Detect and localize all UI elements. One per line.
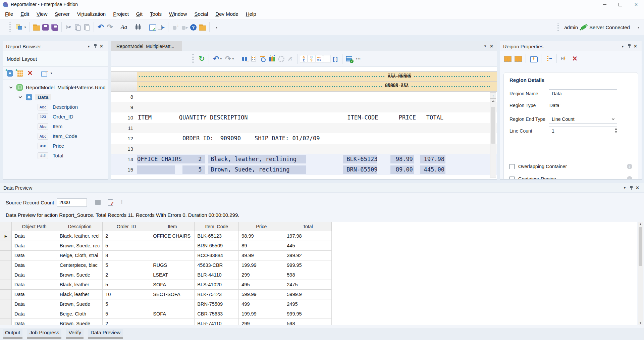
add-fields-list-icon[interactable] xyxy=(544,54,553,63)
minimize-button[interactable] xyxy=(597,0,612,9)
maximize-button[interactable] xyxy=(612,0,628,9)
report-line-14[interactable]: 14 OFFICE CHAIRS 2 Black, leather, recli… xyxy=(111,154,497,164)
tree-field-description[interactable]: AbcDescription xyxy=(3,102,108,112)
scroll-up-icon[interactable]: ▲ xyxy=(639,223,642,226)
field-item[interactable]: OFFICE CHAIRS xyxy=(137,155,187,163)
copy-icon[interactable] xyxy=(73,23,82,32)
data-preview-scrollbar[interactable]: ▲ ▼ xyxy=(638,222,643,325)
tree-field-order-id[interactable]: 123Order_ID xyxy=(3,112,108,122)
cut-icon[interactable] xyxy=(64,23,73,32)
create-pattern-icon[interactable] xyxy=(560,54,569,63)
scrollbar-thumb[interactable] xyxy=(491,107,495,144)
export-model-icon[interactable] xyxy=(40,68,49,78)
bottom-tab-data-preview[interactable]: Data Preview xyxy=(88,329,123,339)
create-fields-icon[interactable] xyxy=(250,54,259,63)
undo-icon[interactable] xyxy=(96,23,105,32)
scroll-up-icon[interactable] xyxy=(490,99,496,104)
menu-tools[interactable]: Tools xyxy=(146,10,165,18)
column-header-order-id[interactable]: Order_ID xyxy=(103,222,150,231)
data-node-label[interactable]: Data xyxy=(35,94,51,100)
scroll-down-icon[interactable]: ▼ xyxy=(639,322,642,325)
menu-edit[interactable]: Edit xyxy=(17,10,33,18)
next-region-icon[interactable] xyxy=(514,54,523,63)
toolbar-grip[interactable] xyxy=(192,54,194,63)
field-total[interactable]: 445.00 xyxy=(420,165,445,174)
data-preview-row[interactable]: DataBrown, Suede, rec5BRN-6550989445 xyxy=(0,241,332,251)
settings-off-icon[interactable] xyxy=(277,54,286,63)
tree-node-root[interactable]: ReportModel_MultiplePatterns.Rmd xyxy=(3,83,108,92)
compare-icon[interactable] xyxy=(157,23,166,32)
paste-icon[interactable] xyxy=(82,23,91,32)
pattern-row-1[interactable]: ÃÃÃ-ÑÑÑÑÑ xyxy=(111,71,497,82)
column-header-item-code[interactable]: Item_Code xyxy=(195,222,239,231)
font-icon[interactable] xyxy=(119,23,128,32)
field-price[interactable]: 98.99 xyxy=(390,155,414,163)
source-record-count-input[interactable] xyxy=(57,198,87,207)
dropdown-icon[interactable] xyxy=(620,43,626,49)
preview-icon[interactable] xyxy=(148,23,157,32)
column-header-price[interactable]: Price xyxy=(239,222,284,231)
pin-icon[interactable] xyxy=(628,185,634,191)
db-import-icon[interactable] xyxy=(180,23,189,32)
auto-create-region-icon[interactable] xyxy=(529,54,538,63)
chevron-down-icon[interactable] xyxy=(9,85,13,89)
data-preview-row[interactable]: DataBrown, Suede2BLR-74110299598 xyxy=(0,319,332,326)
find-icon[interactable] xyxy=(133,23,143,32)
export-caret-icon[interactable] xyxy=(50,68,53,78)
report-scrollbar[interactable]: ↕ xyxy=(490,92,496,178)
new-caret-icon[interactable] xyxy=(23,23,27,32)
scrollbar-thumb[interactable] xyxy=(639,227,642,266)
data-preview-row[interactable]: DataBlack, leather10SECT-SOFABLK-7512359… xyxy=(0,290,332,299)
info-icon[interactable]: i xyxy=(627,164,632,169)
prev-region-icon[interactable] xyxy=(503,54,512,63)
data-preview-row[interactable]: DataBlack, leather5SOFABLS-410204952475 xyxy=(0,280,332,290)
report-line-15[interactable]: 15 5 Brown, Suede, reclining BRN-65509 8… xyxy=(111,164,497,175)
tree-field-item[interactable]: AbcItem xyxy=(3,122,108,131)
bottom-tab-verify[interactable]: Verify xyxy=(66,329,84,339)
refresh-icon[interactable] xyxy=(197,54,206,63)
menu-virtualization[interactable]: Virtualization xyxy=(73,10,110,18)
row-height-splitter[interactable]: ↕ xyxy=(490,93,496,99)
menu-file[interactable]: File xyxy=(1,10,17,18)
warning-icon[interactable]: ! xyxy=(121,199,123,206)
toolbar-overflow-icon[interactable]: ▾ xyxy=(638,26,639,29)
close-icon[interactable] xyxy=(634,185,641,191)
report-line-8[interactable]: 8 xyxy=(111,92,497,102)
region-name-input[interactable] xyxy=(549,89,617,98)
region-end-type-select[interactable]: Line Count xyxy=(549,115,617,124)
redo-icon[interactable] xyxy=(105,23,114,32)
tree-node-data[interactable]: Data xyxy=(3,92,108,102)
open-project-icon[interactable] xyxy=(198,23,207,32)
menu-help[interactable]: Help xyxy=(242,10,260,18)
document-tab[interactable]: ReportModel_MultiplePatt... xyxy=(111,41,182,51)
field-item[interactable] xyxy=(137,165,175,174)
menu-social[interactable]: Social xyxy=(191,10,212,18)
close-icon[interactable] xyxy=(488,43,495,49)
root-node-label[interactable]: ReportModel_MultiplePatterns.Rmd xyxy=(26,85,106,90)
field-quantity[interactable]: 2 xyxy=(182,155,205,163)
tree-field-item-code[interactable]: AbcItem_Code xyxy=(3,131,108,141)
dropdown-icon[interactable] xyxy=(482,43,488,49)
column-header-object-path[interactable]: Object Path xyxy=(12,222,57,231)
field-item-code[interactable]: BRN-65509 xyxy=(343,165,377,174)
report-line-10[interactable]: 10 ITEM QUANTITY DESCRIPTION ITEM-CODE P… xyxy=(111,112,497,123)
column-header-total[interactable]: Total xyxy=(284,222,332,231)
undo-caret-icon[interactable] xyxy=(211,54,223,63)
report-line-9[interactable]: 9 xyxy=(111,102,497,112)
field-description[interactable]: Brown, Suede, reclining xyxy=(208,165,306,174)
find-fields-icon[interactable] xyxy=(240,54,250,63)
more-icon[interactable] xyxy=(354,54,363,63)
find-pattern-icon[interactable] xyxy=(259,54,268,63)
menu-git[interactable]: Git xyxy=(132,10,146,18)
data-preview-row[interactable]: DataBrown, Suede2LSEATBLR-44110299598 xyxy=(0,270,332,280)
field-quantity[interactable]: 5 xyxy=(182,165,205,174)
info-icon[interactable]: i xyxy=(627,176,632,179)
menu-server[interactable]: Server xyxy=(51,10,73,18)
redo-caret-icon[interactable] xyxy=(223,54,235,63)
line-count-input[interactable] xyxy=(549,127,615,135)
pattern-row-2[interactable]: ÑÑÑÑÑ-ÃÃÃ xyxy=(111,82,497,92)
report-line-11[interactable]: 11 xyxy=(111,123,497,133)
data-preview-row[interactable]: ▶DataBlack, leather, recl2OFFICE CHAIRSB… xyxy=(0,231,332,241)
chevron-down-icon[interactable] xyxy=(19,95,22,98)
analyze-icon[interactable] xyxy=(268,54,277,63)
